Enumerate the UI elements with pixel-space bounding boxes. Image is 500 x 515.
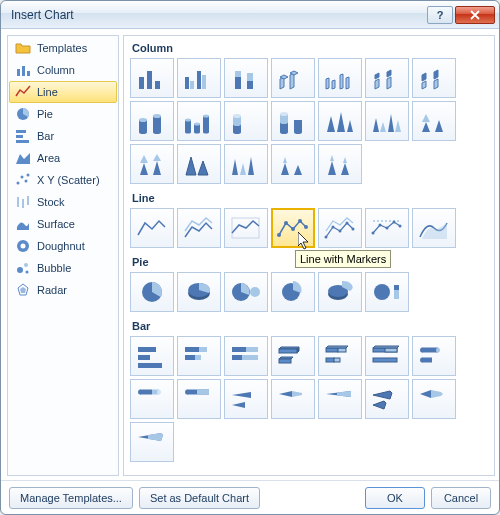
svg-rect-89 bbox=[185, 347, 199, 352]
set-default-chart-button[interactable]: Set as Default Chart bbox=[139, 487, 260, 509]
ok-button[interactable]: OK bbox=[365, 487, 425, 509]
dialog-title: Insert Chart bbox=[11, 8, 425, 22]
svg-rect-25 bbox=[190, 81, 194, 89]
svg-point-7 bbox=[17, 182, 20, 185]
chart-option[interactable] bbox=[318, 101, 362, 141]
svg-rect-107 bbox=[422, 348, 438, 353]
svg-rect-28 bbox=[235, 77, 241, 89]
cancel-button[interactable]: Cancel bbox=[431, 487, 491, 509]
close-button[interactable] bbox=[455, 6, 495, 24]
chart-option[interactable] bbox=[271, 272, 315, 312]
chart-option[interactable] bbox=[318, 272, 362, 312]
sidebar-item-doughnut[interactable]: Doughnut bbox=[9, 235, 117, 257]
chart-option[interactable] bbox=[130, 58, 174, 98]
chart-option[interactable] bbox=[318, 208, 362, 248]
chart-option[interactable] bbox=[318, 336, 362, 376]
svg-point-66 bbox=[332, 226, 335, 229]
chart-option[interactable] bbox=[177, 58, 221, 98]
svg-point-40 bbox=[185, 119, 191, 122]
chart-option[interactable] bbox=[271, 336, 315, 376]
sidebar-item-pie[interactable]: Pie bbox=[9, 103, 117, 125]
sidebar-item-area[interactable]: Area bbox=[9, 147, 117, 169]
svg-rect-117 bbox=[197, 390, 209, 395]
svg-point-67 bbox=[339, 230, 342, 233]
sidebar-item-label: Area bbox=[37, 152, 60, 164]
svg-rect-23 bbox=[155, 81, 160, 89]
chart-option[interactable] bbox=[365, 272, 409, 312]
chart-option[interactable] bbox=[177, 101, 221, 141]
chart-option[interactable] bbox=[130, 101, 174, 141]
svg-point-63 bbox=[298, 219, 302, 223]
chart-option[interactable] bbox=[318, 58, 362, 98]
sidebar-item-stock[interactable]: Stock bbox=[9, 191, 117, 213]
surface-icon bbox=[15, 216, 31, 232]
svg-point-70 bbox=[372, 232, 375, 235]
chart-option-line-with-markers[interactable] bbox=[271, 208, 315, 248]
chart-option[interactable] bbox=[224, 272, 268, 312]
chart-option[interactable] bbox=[365, 101, 409, 141]
chart-option[interactable] bbox=[177, 379, 221, 419]
chart-option[interactable] bbox=[177, 272, 221, 312]
sidebar-item-bar[interactable]: Bar bbox=[9, 125, 117, 147]
chart-option[interactable] bbox=[412, 336, 456, 376]
chart-type-panel[interactable]: Column L bbox=[123, 35, 495, 476]
sidebar-item-line[interactable]: Line bbox=[9, 81, 117, 103]
svg-rect-87 bbox=[138, 355, 150, 360]
chart-option[interactable] bbox=[177, 336, 221, 376]
chart-option[interactable] bbox=[130, 336, 174, 376]
category-sidebar[interactable]: Templates Column Line Pie Bar Area bbox=[7, 35, 119, 476]
svg-point-10 bbox=[27, 174, 30, 177]
chart-option[interactable] bbox=[412, 58, 456, 98]
chart-option[interactable] bbox=[271, 101, 315, 141]
svg-rect-2 bbox=[27, 71, 30, 76]
chart-option[interactable] bbox=[130, 144, 174, 184]
pie-grid bbox=[130, 272, 492, 312]
chart-option[interactable] bbox=[224, 58, 268, 98]
chart-option[interactable] bbox=[412, 101, 456, 141]
svg-point-71 bbox=[379, 224, 382, 227]
chart-option[interactable] bbox=[271, 379, 315, 419]
svg-rect-22 bbox=[147, 71, 152, 89]
svg-point-68 bbox=[346, 222, 349, 225]
chart-option[interactable] bbox=[177, 144, 221, 184]
chart-option[interactable] bbox=[412, 379, 456, 419]
chart-option[interactable] bbox=[130, 422, 174, 462]
sidebar-item-label: Bubble bbox=[37, 262, 71, 274]
chart-option[interactable] bbox=[365, 336, 409, 376]
manage-templates-button[interactable]: Manage Templates... bbox=[9, 487, 133, 509]
sidebar-item-bubble[interactable]: Bubble bbox=[9, 257, 117, 279]
chart-option[interactable] bbox=[130, 208, 174, 248]
help-button[interactable]: ? bbox=[427, 6, 453, 24]
svg-rect-110 bbox=[422, 358, 432, 363]
svg-rect-24 bbox=[185, 77, 189, 89]
chart-option[interactable] bbox=[412, 208, 456, 248]
chart-option[interactable] bbox=[224, 336, 268, 376]
chart-option[interactable] bbox=[177, 208, 221, 248]
svg-rect-98 bbox=[279, 359, 291, 363]
sidebar-item-templates[interactable]: Templates bbox=[9, 37, 117, 59]
chart-option[interactable] bbox=[365, 379, 409, 419]
chart-option[interactable] bbox=[130, 379, 174, 419]
chart-option[interactable] bbox=[271, 144, 315, 184]
section-header-pie: Pie bbox=[130, 254, 492, 272]
sidebar-item-column[interactable]: Column bbox=[9, 59, 117, 81]
sidebar-item-radar[interactable]: Radar bbox=[9, 279, 117, 301]
line-icon bbox=[15, 84, 31, 100]
chart-option[interactable] bbox=[224, 144, 268, 184]
chart-option[interactable] bbox=[224, 208, 268, 248]
svg-point-46 bbox=[203, 115, 209, 118]
doughnut-icon bbox=[15, 238, 31, 254]
chart-option[interactable] bbox=[224, 101, 268, 141]
chart-option[interactable] bbox=[365, 58, 409, 98]
chart-option[interactable] bbox=[271, 58, 315, 98]
chart-option[interactable] bbox=[365, 208, 409, 248]
sidebar-item-scatter[interactable]: X Y (Scatter) bbox=[9, 169, 117, 191]
sidebar-item-surface[interactable]: Surface bbox=[9, 213, 117, 235]
sidebar-item-label: Bar bbox=[37, 130, 54, 142]
chart-option[interactable] bbox=[224, 379, 268, 419]
svg-rect-97 bbox=[279, 349, 297, 353]
pie-icon bbox=[15, 106, 31, 122]
chart-option[interactable] bbox=[318, 379, 362, 419]
chart-option[interactable] bbox=[318, 144, 362, 184]
chart-option[interactable] bbox=[130, 272, 174, 312]
